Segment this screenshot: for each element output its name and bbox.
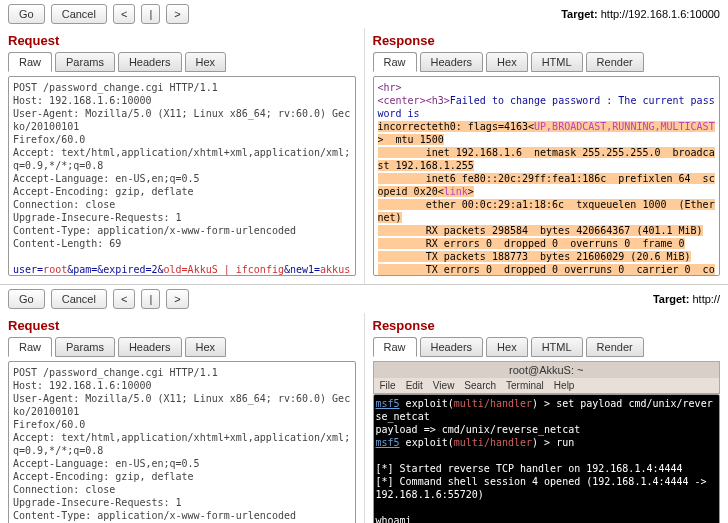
response-pane: Response Raw Headers Hex HTML Render roo…	[364, 313, 729, 523]
response-tabs: Raw Headers Hex HTML Render	[373, 52, 721, 72]
response-title: Response	[373, 30, 721, 52]
go-button[interactable]: Go	[8, 289, 45, 309]
tab-raw[interactable]: Raw	[373, 52, 417, 72]
section-top: Go Cancel < | > Target: http://192.168.1…	[0, 0, 728, 285]
menu-search[interactable]: Search	[464, 380, 496, 391]
tab-headers[interactable]: Headers	[420, 337, 484, 357]
target-label: Target: http://	[653, 293, 720, 305]
tab-params[interactable]: Params	[55, 337, 115, 357]
terminal: root@AkkuS: ~ File Edit View Search Term…	[373, 361, 721, 523]
terminal-menu[interactable]: File Edit View Search Terminal Help	[373, 378, 721, 394]
tab-raw[interactable]: Raw	[8, 337, 52, 357]
tab-html[interactable]: HTML	[531, 52, 583, 72]
bar-button[interactable]: |	[141, 289, 160, 309]
tab-hex[interactable]: Hex	[486, 337, 528, 357]
response-body[interactable]: <hr> <center><h3>Failed to change passwo…	[373, 76, 721, 276]
toolbar: Go Cancel < | > Target: http://192.168.1…	[0, 0, 728, 28]
cancel-button[interactable]: Cancel	[51, 289, 107, 309]
terminal-body[interactable]: msf5 exploit(multi/handler) > set payloa…	[373, 394, 721, 523]
tab-headers[interactable]: Headers	[118, 337, 182, 357]
next-button[interactable]: >	[166, 289, 188, 309]
tab-render[interactable]: Render	[586, 337, 644, 357]
next-button[interactable]: >	[166, 4, 188, 24]
request-pane: Request Raw Params Headers Hex POST /pas…	[0, 313, 364, 523]
menu-view[interactable]: View	[433, 380, 455, 391]
tab-render[interactable]: Render	[586, 52, 644, 72]
terminal-title: root@AkkuS: ~	[373, 361, 721, 378]
tab-headers[interactable]: Headers	[420, 52, 484, 72]
request-pane: Request Raw Params Headers Hex POST /pas…	[0, 28, 364, 284]
menu-terminal[interactable]: Terminal	[506, 380, 544, 391]
request-body[interactable]: POST /password_change.cgi HTTP/1.1 Host:…	[8, 76, 356, 276]
request-tabs: Raw Params Headers Hex	[8, 337, 356, 357]
response-title: Response	[373, 315, 721, 337]
bar-button[interactable]: |	[141, 4, 160, 24]
prev-button[interactable]: <	[113, 4, 135, 24]
target-label: Target: http://192.168.1.6:10000	[561, 8, 720, 20]
tab-headers[interactable]: Headers	[118, 52, 182, 72]
menu-edit[interactable]: Edit	[406, 380, 423, 391]
tab-hex[interactable]: Hex	[185, 52, 227, 72]
response-pane: Response Raw Headers Hex HTML Render <hr…	[364, 28, 729, 284]
request-title: Request	[8, 315, 356, 337]
menu-file[interactable]: File	[380, 380, 396, 391]
menu-help[interactable]: Help	[554, 380, 575, 391]
tab-params[interactable]: Params	[55, 52, 115, 72]
tab-hex[interactable]: Hex	[486, 52, 528, 72]
tab-hex[interactable]: Hex	[185, 337, 227, 357]
toolbar: Go Cancel < | > Target: http://	[0, 285, 728, 313]
request-body[interactable]: POST /password_change.cgi HTTP/1.1 Host:…	[8, 361, 356, 523]
cancel-button[interactable]: Cancel	[51, 4, 107, 24]
tab-raw[interactable]: Raw	[373, 337, 417, 357]
request-title: Request	[8, 30, 356, 52]
tab-html[interactable]: HTML	[531, 337, 583, 357]
section-bottom: Go Cancel < | > Target: http:// Request …	[0, 285, 728, 523]
prev-button[interactable]: <	[113, 289, 135, 309]
request-tabs: Raw Params Headers Hex	[8, 52, 356, 72]
response-tabs: Raw Headers Hex HTML Render	[373, 337, 721, 357]
tab-raw[interactable]: Raw	[8, 52, 52, 72]
go-button[interactable]: Go	[8, 4, 45, 24]
